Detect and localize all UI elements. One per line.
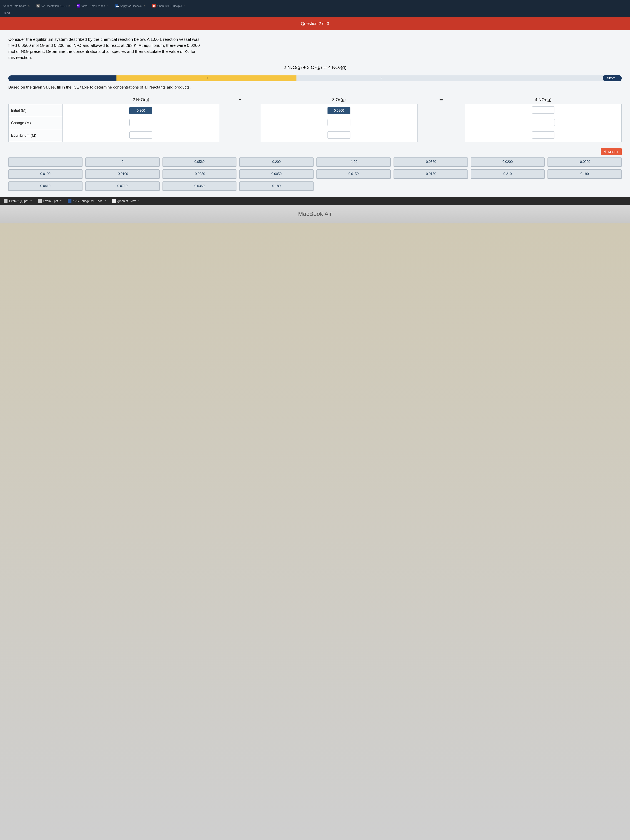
close-icon[interactable]: ×	[183, 4, 185, 8]
ice-table: 2 N₂O(g) + 3 O₂(g) ⇌ 4 NO₂(g) Initial (M…	[8, 95, 622, 142]
download-name: 1212Spring2021....doc	[73, 199, 103, 203]
chevron-right-icon: ›	[616, 76, 617, 80]
tab-yahoo[interactable]: y! fafsa - Email Yahoo ×	[73, 2, 112, 9]
sub-prompt: Based on the given values, fill in the I…	[8, 85, 622, 90]
col-n2o: 2 N₂O(g)	[63, 95, 219, 104]
tab-label: fafsa - Email Yahoo	[82, 5, 105, 8]
row-eq-label: Equilibrium (M)	[8, 129, 63, 142]
step-1-label: 1	[207, 76, 208, 80]
tab-vz[interactable]: G VZ Orientation: GGC ×	[33, 2, 73, 9]
table-row-initial: Initial (M) 0.200 0.0560	[8, 104, 622, 117]
favicon-yahoo: y!	[77, 4, 80, 8]
question-prompt: Consider the equilibrium system describe…	[8, 36, 200, 61]
download-item[interactable]: graph pt 3.csv ⌃	[112, 199, 140, 203]
chevron-up-icon[interactable]: ⌃	[137, 200, 139, 202]
favicon-g: G	[36, 4, 40, 8]
step-2-label: 2	[381, 76, 382, 80]
col-plus: +	[219, 95, 261, 104]
cell-eq-n2o[interactable]	[129, 131, 152, 139]
word-file-icon	[68, 199, 71, 203]
cell-eq-no2[interactable]	[532, 131, 555, 139]
question-banner: Question 2 of 3	[0, 17, 630, 30]
main-content: Consider the equilibrium system describe…	[0, 30, 630, 197]
step-track[interactable]: 1 2	[8, 76, 608, 81]
reset-button[interactable]: ↺ RESET	[601, 148, 622, 155]
undo-icon: ↺	[604, 150, 607, 153]
tile[interactable]: 0.0200	[471, 157, 545, 166]
close-icon[interactable]: ×	[144, 4, 145, 8]
favicon-fsa: FSA	[115, 4, 118, 8]
csv-file-icon	[112, 199, 116, 203]
tile[interactable]: -0.0200	[548, 157, 622, 166]
tile[interactable]: —	[8, 157, 82, 166]
cell-change-n2o[interactable]	[129, 119, 152, 126]
table-row-change: Change (M)	[8, 117, 622, 129]
file-icon	[38, 199, 42, 203]
favicon-chem: B	[152, 4, 156, 8]
row-initial-label: Initial (M)	[8, 104, 63, 117]
chevron-up-icon[interactable]: ⌃	[60, 200, 62, 202]
tile[interactable]: 0.210	[471, 169, 545, 178]
laptop-model-label: MacBook Air	[0, 205, 630, 223]
step-progress: 1 2 NEXT ›	[8, 75, 622, 81]
tab-label: Apply for Financial	[120, 5, 142, 8]
tab-chem101[interactable]: B Chem101 - Principle ×	[149, 2, 188, 9]
tab-label: Chem101 - Principle	[157, 5, 182, 8]
browser-tab-strip: Vernier Data Share × G VZ Orientation: G…	[0, 0, 630, 10]
address-text: lu.co	[4, 11, 10, 14]
tile[interactable]: 0.0410	[8, 182, 82, 191]
tile[interactable]: 0.0560	[163, 157, 237, 166]
tile[interactable]: 0.0360	[163, 182, 237, 191]
tab-label: Vernier Data Share	[3, 5, 27, 8]
downloads-bar: Exam 2 (1).pdf ⌃ Exam 2.pdf ⌃ 1212Spring…	[0, 197, 630, 205]
tile[interactable]: 0	[85, 157, 159, 166]
close-icon[interactable]: ×	[68, 4, 70, 8]
next-label: NEXT	[607, 76, 615, 80]
chevron-up-icon[interactable]: ⌃	[30, 200, 32, 202]
reaction-equation: 2 N₂O(g) + 3 O₂(g) ⇌ 4 NO₂(g)	[8, 65, 622, 70]
tab-fsa[interactable]: FSA Apply for Financial ×	[112, 2, 149, 9]
tab-vernier[interactable]: Vernier Data Share ×	[0, 2, 33, 9]
cell-initial-o2[interactable]: 0.0560	[327, 107, 351, 114]
tile[interactable]: 0.0100	[8, 169, 82, 178]
chevron-up-icon[interactable]: ⌃	[104, 200, 106, 202]
next-button[interactable]: NEXT ›	[603, 75, 622, 81]
cell-initial-n2o[interactable]: 0.200	[129, 107, 152, 114]
tile[interactable]: 0.0050	[239, 169, 314, 178]
tile[interactable]: 0.0710	[85, 182, 159, 191]
cell-change-no2[interactable]	[532, 119, 555, 126]
close-icon[interactable]: ×	[107, 4, 108, 8]
col-no2: 4 NO₂(g)	[465, 95, 622, 104]
answer-tiles: — 0 0.0560 0.200 -1.00 -0.0560 0.0200 -0…	[8, 157, 622, 191]
table-row-equilibrium: Equilibrium (M)	[8, 129, 622, 142]
cell-change-o2[interactable]	[327, 119, 351, 126]
tile[interactable]: -0.0100	[85, 169, 159, 178]
download-name: Exam 2 (1).pdf	[9, 199, 28, 203]
tile[interactable]: 0.180	[239, 182, 314, 191]
address-bar[interactable]: lu.co	[0, 10, 630, 17]
cell-eq-o2[interactable]	[327, 131, 351, 139]
download-item[interactable]: 1212Spring2021....doc ⌃	[68, 199, 106, 203]
tile[interactable]: -0.0150	[393, 169, 468, 178]
file-icon	[4, 199, 8, 203]
tile[interactable]: 0.200	[239, 157, 314, 166]
download-name: Exam 2.pdf	[43, 199, 58, 203]
question-counter: Question 2 of 3	[301, 21, 329, 26]
download-item[interactable]: Exam 2 (1).pdf ⌃	[4, 199, 32, 203]
col-eq: ⇌	[417, 95, 465, 104]
tile[interactable]: -0.0050	[163, 169, 237, 178]
reset-label: RESET	[608, 150, 618, 153]
download-item[interactable]: Exam 2.pdf ⌃	[38, 199, 62, 203]
tab-label: VZ Orientation: GGC	[41, 5, 67, 8]
tile[interactable]: -0.0560	[393, 157, 468, 166]
close-icon[interactable]: ×	[28, 4, 30, 8]
tile[interactable]: 0.0150	[316, 169, 391, 178]
tile[interactable]: -1.00	[316, 157, 391, 166]
tile[interactable]: 0.190	[548, 169, 622, 178]
download-name: graph pt 3.csv	[117, 199, 136, 203]
cell-initial-no2[interactable]	[532, 106, 555, 114]
col-o2: 3 O₂(g)	[261, 95, 417, 104]
row-change-label: Change (M)	[8, 117, 63, 129]
